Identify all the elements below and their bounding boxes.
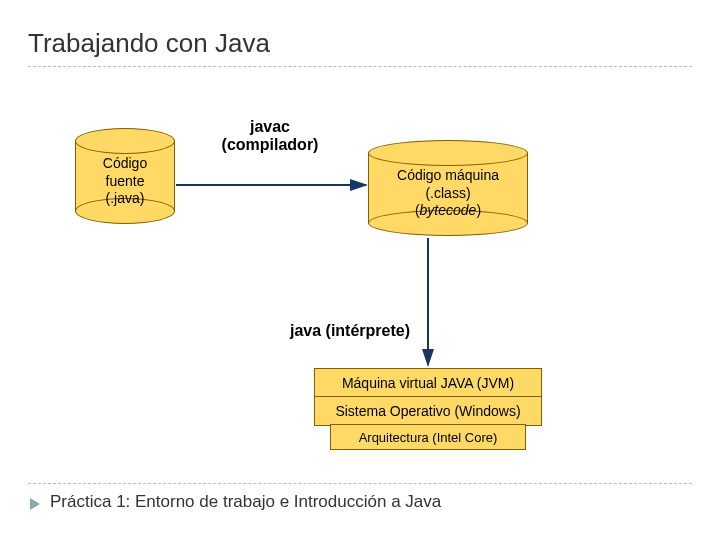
divider-bottom: [28, 483, 692, 484]
page-title: Trabajando con Java: [28, 28, 270, 59]
cylinder-source-label: Código fuente (.java): [75, 155, 175, 208]
cylinder-bytecode: Código máquina (.class) (bytecode): [368, 140, 528, 236]
arrows: [0, 0, 720, 540]
cylinder-source: Código fuente (.java): [75, 128, 175, 224]
slide: Trabajando con Java Código fuente (.java…: [0, 0, 720, 540]
bullet-icon: [30, 498, 40, 510]
interpreter-label: java (intérprete): [270, 322, 430, 340]
divider-top: [28, 66, 692, 67]
footer-text: Práctica 1: Entorno de trabajo e Introdu…: [50, 492, 441, 512]
box-os: Sistema Operativo (Windows): [314, 396, 542, 426]
box-hw: Arquitectura (Intel Core): [330, 424, 526, 450]
compiler-label: javac (compilador): [205, 118, 335, 154]
box-jvm: Máquina virtual JAVA (JVM): [314, 368, 542, 398]
cylinder-bytecode-label: Código máquina (.class) (bytecode): [368, 167, 528, 220]
